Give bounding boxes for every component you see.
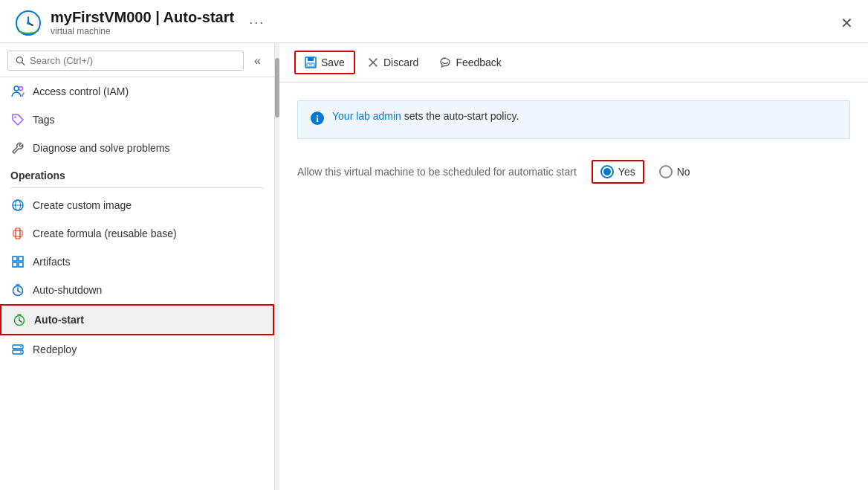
sidebar-item-label: Create custom image (33, 199, 132, 211)
radio-no-option[interactable]: No (659, 165, 690, 178)
save-icon (305, 57, 317, 68)
svg-rect-14 (13, 231, 22, 236)
feedback-icon (439, 57, 451, 68)
svg-point-30 (20, 352, 22, 353)
discard-label: Discard (383, 57, 418, 68)
sidebar-item-artifacts[interactable]: Artifacts (0, 248, 274, 276)
svg-point-8 (19, 87, 23, 91)
radio-no-circle (659, 165, 673, 178)
app-header: myFirstVM000 | Auto-start virtual machin… (0, 0, 868, 43)
autostart-label: Allow this virtual machine to be schedul… (297, 166, 577, 178)
svg-rect-16 (19, 257, 23, 261)
discard-button[interactable]: Discard (358, 52, 427, 73)
content-body: i Your lab admin sets the auto-start pol… (279, 83, 868, 490)
sidebar-item-label: Artifacts (33, 256, 71, 268)
sidebar-item-label: Auto-start (34, 314, 84, 326)
feedback-button[interactable]: Feedback (430, 52, 510, 73)
sidebar-item-auto-start[interactable]: Auto-start (0, 304, 274, 335)
sidebar-item-redeploy[interactable]: Redeploy (0, 335, 274, 364)
info-highlight: Your lab admin (332, 110, 401, 122)
toolbar: Save Discard Feedback (279, 43, 868, 83)
save-label: Save (321, 57, 345, 68)
radio-yes-label: Yes (618, 166, 635, 178)
sidebar-item-diagnose[interactable]: Diagnose and solve problems (0, 134, 274, 162)
svg-rect-18 (19, 262, 23, 267)
autostart-row: Allow this virtual machine to be schedul… (297, 160, 850, 184)
collapse-button[interactable]: « (248, 51, 267, 71)
close-button[interactable]: ✕ (841, 16, 853, 30)
svg-rect-17 (13, 262, 17, 267)
info-banner-text: Your lab admin sets the auto-start polic… (332, 110, 519, 122)
radio-group: Yes No (592, 160, 690, 184)
svg-rect-32 (308, 57, 314, 61)
search-input[interactable] (30, 55, 236, 66)
content-area: Save Discard Feedback (279, 43, 868, 490)
feedback-label: Feedback (456, 57, 501, 68)
clock-green-icon (12, 312, 27, 327)
svg-rect-15 (13, 257, 17, 261)
sidebar-item-tags[interactable]: Tags (0, 106, 274, 134)
sidebar-item-label: Access control (IAM) (33, 86, 129, 97)
sidebar-item-auto-shutdown[interactable]: Auto-shutdown (0, 276, 274, 304)
svg-line-6 (22, 62, 25, 65)
info-banner: i Your lab admin sets the auto-start pol… (297, 100, 850, 139)
sidebar-item-create-custom-image[interactable]: Create custom image (0, 191, 274, 219)
svg-line-21 (18, 291, 20, 292)
header-left: myFirstVM000 | Auto-start virtual machin… (15, 9, 265, 36)
info-text-rest: sets the auto-start policy. (401, 110, 519, 122)
operations-divider (10, 187, 264, 188)
radio-yes-inner (603, 168, 611, 175)
radio-yes-circle (600, 165, 614, 178)
page-title: myFirstVM000 | Auto-start (51, 9, 234, 26)
sidebar-item-create-formula[interactable]: Create formula (reusable base) (0, 219, 274, 248)
sidebar: « Access control (IAM) (0, 43, 275, 490)
header-title-block: myFirstVM000 | Auto-start virtual machin… (51, 9, 234, 36)
radio-yes-option[interactable]: Yes (592, 160, 644, 184)
operations-section-header: Operations (0, 162, 274, 184)
radio-no-label: No (677, 166, 690, 178)
page-subtitle: virtual machine (51, 26, 234, 36)
sidebar-item-label: Create formula (reusable base) (33, 228, 177, 239)
svg-point-29 (20, 346, 22, 348)
wrench-icon (10, 141, 25, 155)
clock-icon (10, 283, 25, 297)
vm-icon (15, 10, 42, 36)
save-button[interactable]: Save (294, 51, 355, 74)
search-box[interactable] (7, 51, 244, 71)
search-icon (16, 56, 25, 66)
tag-icon (10, 112, 25, 127)
svg-line-25 (19, 320, 22, 322)
scrollbar-thumb[interactable] (275, 58, 279, 117)
svg-point-9 (14, 116, 16, 117)
discard-icon (367, 57, 379, 68)
info-icon: i (310, 111, 325, 129)
scrollbar-track[interactable] (275, 43, 279, 490)
sidebar-item-label: Diagnose and solve problems (33, 142, 169, 154)
globe-icon (10, 198, 25, 213)
svg-point-7 (14, 86, 19, 91)
svg-text:i: i (316, 113, 319, 124)
svg-rect-13 (16, 228, 20, 239)
sidebar-item-label: Auto-shutdown (33, 284, 102, 296)
svg-point-4 (27, 22, 30, 25)
main-layout: « Access control (IAM) (0, 43, 868, 490)
artifacts-icon (10, 254, 25, 269)
people-icon (10, 84, 25, 99)
nav-list: Access control (IAM) Tags (0, 77, 274, 490)
server-icon (10, 342, 25, 357)
sidebar-item-label: Redeploy (33, 344, 77, 355)
more-options-icon[interactable]: ··· (249, 15, 265, 30)
search-area: « (0, 43, 274, 77)
sidebar-item-access-control[interactable]: Access control (IAM) (0, 77, 274, 106)
sidebar-item-label: Tags (33, 114, 55, 126)
formula-icon (10, 226, 25, 241)
